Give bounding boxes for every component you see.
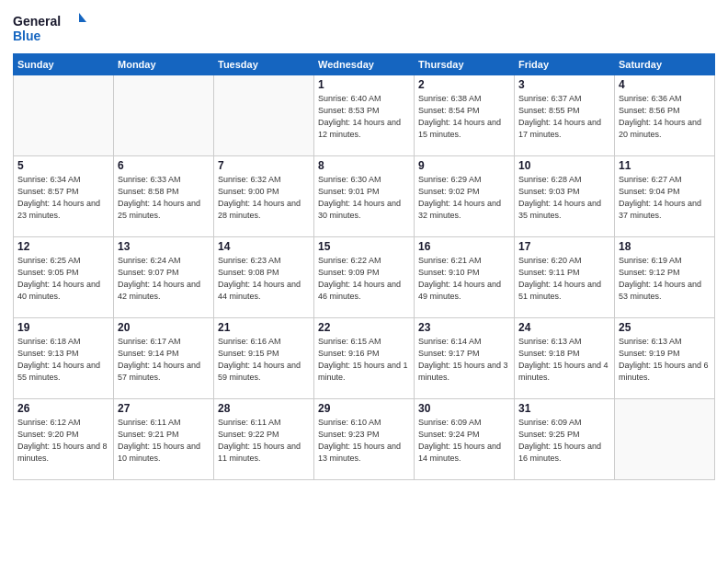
col-header-saturday: Saturday — [615, 54, 715, 75]
header: General Blue — [13, 9, 715, 46]
day-number: 31 — [518, 402, 610, 415]
day-cell: 23Sunrise: 6:14 AM Sunset: 9:17 PM Dayli… — [415, 318, 515, 399]
day-cell: 11Sunrise: 6:27 AM Sunset: 9:04 PM Dayli… — [615, 156, 715, 237]
week-row-3: 12Sunrise: 6:25 AM Sunset: 9:05 PM Dayli… — [14, 237, 715, 318]
day-cell: 8Sunrise: 6:30 AM Sunset: 9:01 PM Daylig… — [314, 156, 415, 237]
day-cell: 1Sunrise: 6:40 AM Sunset: 8:53 PM Daylig… — [314, 75, 415, 156]
day-cell: 16Sunrise: 6:21 AM Sunset: 9:10 PM Dayli… — [415, 237, 515, 318]
day-cell: 22Sunrise: 6:15 AM Sunset: 9:16 PM Dayli… — [314, 318, 415, 399]
day-info: Sunrise: 6:20 AM Sunset: 9:11 PM Dayligh… — [518, 255, 610, 303]
day-number: 22 — [318, 321, 410, 334]
header-row: SundayMondayTuesdayWednesdayThursdayFrid… — [14, 54, 715, 75]
day-info: Sunrise: 6:16 AM Sunset: 9:15 PM Dayligh… — [218, 336, 310, 384]
day-info: Sunrise: 6:17 AM Sunset: 9:14 PM Dayligh… — [118, 336, 210, 384]
day-cell: 30Sunrise: 6:09 AM Sunset: 9:24 PM Dayli… — [415, 399, 515, 480]
day-number: 6 — [118, 159, 210, 172]
day-info: Sunrise: 6:38 AM Sunset: 8:54 PM Dayligh… — [418, 93, 510, 141]
day-info: Sunrise: 6:34 AM Sunset: 8:57 PM Dayligh… — [17, 174, 109, 222]
col-header-wednesday: Wednesday — [314, 54, 415, 75]
day-number: 25 — [619, 321, 711, 334]
day-cell: 25Sunrise: 6:13 AM Sunset: 9:19 PM Dayli… — [615, 318, 715, 399]
day-info: Sunrise: 6:11 AM Sunset: 9:22 PM Dayligh… — [218, 417, 310, 465]
day-number: 11 — [619, 159, 711, 172]
day-cell: 9Sunrise: 6:29 AM Sunset: 9:02 PM Daylig… — [415, 156, 515, 237]
day-number: 2 — [418, 78, 510, 91]
col-header-friday: Friday — [515, 54, 615, 75]
day-cell: 4Sunrise: 6:36 AM Sunset: 8:56 PM Daylig… — [615, 75, 715, 156]
day-number: 17 — [518, 240, 610, 253]
day-cell — [14, 75, 114, 156]
day-info: Sunrise: 6:13 AM Sunset: 9:19 PM Dayligh… — [619, 336, 711, 384]
day-cell: 28Sunrise: 6:11 AM Sunset: 9:22 PM Dayli… — [214, 399, 314, 480]
col-header-thursday: Thursday — [415, 54, 515, 75]
day-number: 3 — [518, 78, 610, 91]
day-number: 21 — [218, 321, 310, 334]
day-info: Sunrise: 6:10 AM Sunset: 9:23 PM Dayligh… — [318, 417, 410, 465]
logo-svg: General Blue — [13, 9, 86, 46]
day-info: Sunrise: 6:14 AM Sunset: 9:17 PM Dayligh… — [418, 336, 510, 384]
day-info: Sunrise: 6:21 AM Sunset: 9:10 PM Dayligh… — [418, 255, 510, 303]
week-row-4: 19Sunrise: 6:18 AM Sunset: 9:13 PM Dayli… — [14, 318, 715, 399]
day-number: 30 — [418, 402, 510, 415]
day-cell: 13Sunrise: 6:24 AM Sunset: 9:07 PM Dayli… — [114, 237, 214, 318]
day-info: Sunrise: 6:32 AM Sunset: 9:00 PM Dayligh… — [218, 174, 310, 222]
day-number: 10 — [518, 159, 610, 172]
day-info: Sunrise: 6:09 AM Sunset: 9:24 PM Dayligh… — [418, 417, 510, 465]
day-number: 13 — [118, 240, 210, 253]
svg-text:General: General — [13, 14, 61, 29]
week-row-2: 5Sunrise: 6:34 AM Sunset: 8:57 PM Daylig… — [14, 156, 715, 237]
day-number: 9 — [418, 159, 510, 172]
day-cell: 26Sunrise: 6:12 AM Sunset: 9:20 PM Dayli… — [14, 399, 114, 480]
day-info: Sunrise: 6:15 AM Sunset: 9:16 PM Dayligh… — [318, 336, 410, 384]
day-number: 24 — [518, 321, 610, 334]
day-number: 26 — [17, 402, 109, 415]
svg-marker-2 — [79, 13, 86, 22]
day-info: Sunrise: 6:19 AM Sunset: 9:12 PM Dayligh… — [619, 255, 711, 303]
day-cell: 17Sunrise: 6:20 AM Sunset: 9:11 PM Dayli… — [515, 237, 615, 318]
week-row-5: 26Sunrise: 6:12 AM Sunset: 9:20 PM Dayli… — [14, 399, 715, 480]
day-cell: 3Sunrise: 6:37 AM Sunset: 8:55 PM Daylig… — [515, 75, 615, 156]
svg-text:Blue: Blue — [13, 29, 41, 43]
day-cell: 19Sunrise: 6:18 AM Sunset: 9:13 PM Dayli… — [14, 318, 114, 399]
day-info: Sunrise: 6:33 AM Sunset: 8:58 PM Dayligh… — [118, 174, 210, 222]
day-cell: 20Sunrise: 6:17 AM Sunset: 9:14 PM Dayli… — [114, 318, 214, 399]
day-cell — [615, 399, 715, 480]
day-info: Sunrise: 6:37 AM Sunset: 8:55 PM Dayligh… — [518, 93, 610, 141]
day-cell: 10Sunrise: 6:28 AM Sunset: 9:03 PM Dayli… — [515, 156, 615, 237]
day-info: Sunrise: 6:12 AM Sunset: 9:20 PM Dayligh… — [17, 417, 109, 465]
day-cell: 24Sunrise: 6:13 AM Sunset: 9:18 PM Dayli… — [515, 318, 615, 399]
day-number: 5 — [17, 159, 109, 172]
day-info: Sunrise: 6:18 AM Sunset: 9:13 PM Dayligh… — [17, 336, 109, 384]
day-cell: 31Sunrise: 6:09 AM Sunset: 9:25 PM Dayli… — [515, 399, 615, 480]
day-info: Sunrise: 6:27 AM Sunset: 9:04 PM Dayligh… — [619, 174, 711, 222]
calendar-table: SundayMondayTuesdayWednesdayThursdayFrid… — [13, 53, 715, 480]
day-cell: 6Sunrise: 6:33 AM Sunset: 8:58 PM Daylig… — [114, 156, 214, 237]
week-row-1: 1Sunrise: 6:40 AM Sunset: 8:53 PM Daylig… — [14, 75, 715, 156]
day-cell: 12Sunrise: 6:25 AM Sunset: 9:05 PM Dayli… — [14, 237, 114, 318]
day-number: 27 — [118, 402, 210, 415]
col-header-monday: Monday — [114, 54, 214, 75]
day-info: Sunrise: 6:25 AM Sunset: 9:05 PM Dayligh… — [17, 255, 109, 303]
day-number: 14 — [218, 240, 310, 253]
day-number: 1 — [318, 78, 410, 91]
day-cell: 29Sunrise: 6:10 AM Sunset: 9:23 PM Dayli… — [314, 399, 415, 480]
day-number: 18 — [619, 240, 711, 253]
day-number: 23 — [418, 321, 510, 334]
day-cell: 14Sunrise: 6:23 AM Sunset: 9:08 PM Dayli… — [214, 237, 314, 318]
day-number: 4 — [619, 78, 711, 91]
day-number: 8 — [318, 159, 410, 172]
day-number: 15 — [318, 240, 410, 253]
day-number: 19 — [17, 321, 109, 334]
page: General Blue SundayMondayTuesdayWednesda… — [0, 0, 728, 563]
day-cell: 27Sunrise: 6:11 AM Sunset: 9:21 PM Dayli… — [114, 399, 214, 480]
day-cell — [114, 75, 214, 156]
day-number: 28 — [218, 402, 310, 415]
day-info: Sunrise: 6:23 AM Sunset: 9:08 PM Dayligh… — [218, 255, 310, 303]
day-cell: 7Sunrise: 6:32 AM Sunset: 9:00 PM Daylig… — [214, 156, 314, 237]
day-number: 20 — [118, 321, 210, 334]
day-info: Sunrise: 6:09 AM Sunset: 9:25 PM Dayligh… — [518, 417, 610, 465]
day-cell: 5Sunrise: 6:34 AM Sunset: 8:57 PM Daylig… — [14, 156, 114, 237]
day-info: Sunrise: 6:30 AM Sunset: 9:01 PM Dayligh… — [318, 174, 410, 222]
day-number: 16 — [418, 240, 510, 253]
day-info: Sunrise: 6:28 AM Sunset: 9:03 PM Dayligh… — [518, 174, 610, 222]
